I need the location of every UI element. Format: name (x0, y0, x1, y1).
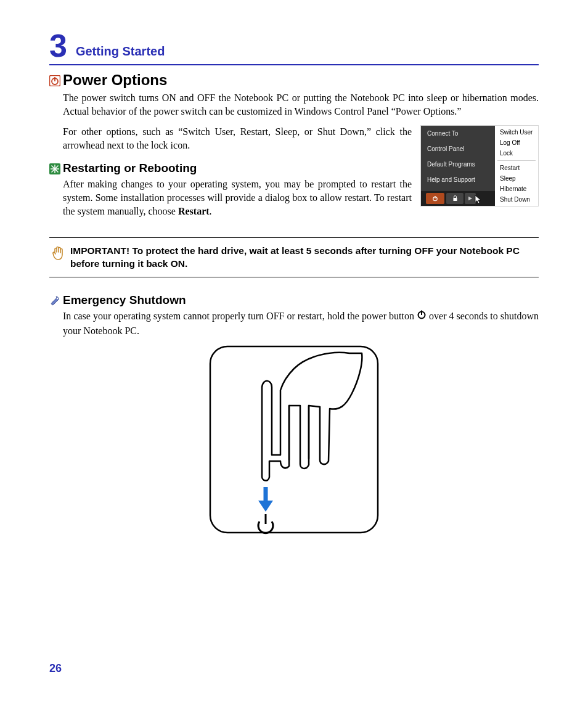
chapter-number: 3 (49, 30, 67, 62)
wrench-icon (49, 295, 60, 306)
emergency-text-before: In case your operating system cannot pro… (63, 311, 417, 321)
section-heading-row: Restarting or Rebooting (49, 162, 412, 175)
ss-right-item: Shut Down (495, 194, 538, 205)
power-button-icon (426, 193, 444, 204)
power-symbol-icon (417, 309, 427, 323)
hand-stop-icon (49, 244, 68, 271)
ss-left-panel: Connect To Control Panel Default Program… (421, 126, 495, 206)
restart-heading: Restarting or Rebooting (63, 162, 197, 175)
chapter-header: 3 Getting Started (49, 30, 539, 65)
ss-separator (497, 160, 536, 161)
ss-power-bar: ▶ (421, 191, 495, 206)
note-text: IMPORTANT! To protect the hard drive, wa… (68, 244, 539, 271)
ss-left-item: Connect To (421, 126, 495, 141)
power-options-heading: Power Options (63, 72, 167, 89)
page: 3 Getting Started Power Options The powe… (0, 0, 588, 712)
ss-left-item: Default Programs (421, 157, 495, 172)
start-menu-screenshot: Connect To Control Panel Default Program… (420, 125, 539, 207)
svg-rect-5 (453, 198, 457, 201)
hand-press-illustration (49, 344, 539, 535)
ss-right-item: Restart (495, 163, 538, 173)
ss-right-item: Lock (495, 148, 538, 158)
restart-text-after: . (210, 206, 212, 216)
ss-right-item: Sleep (495, 173, 538, 184)
svg-point-11 (57, 298, 58, 299)
power-options-p1: The power switch turns ON and OFF the No… (63, 91, 539, 119)
chapter-title: Getting Started (76, 44, 165, 59)
restart-text-before: After making changes to your operating s… (63, 179, 412, 217)
ss-right-panel: Switch User Log Off Lock Restart Sleep H… (495, 126, 538, 206)
ss-left-item: Control Panel (421, 141, 495, 157)
ss-left-item: Help and Support (421, 172, 495, 187)
section-heading-row: Emergency Shutdown (49, 293, 539, 307)
restart-icon (49, 163, 60, 174)
section-heading-row: Power Options (49, 72, 539, 89)
emergency-paragraph: In case your operating system cannot pro… (63, 309, 539, 338)
emergency-heading: Emergency Shutdown (63, 293, 186, 307)
power-icon (49, 75, 60, 86)
ss-right-item: Hibernate (495, 184, 538, 194)
ss-right-item: Switch User (495, 127, 538, 137)
ss-right-item: Log Off (495, 137, 538, 148)
page-number: 26 (49, 662, 62, 675)
lock-icon (446, 193, 463, 204)
restart-text-bold: Restart (178, 206, 210, 216)
important-note: IMPORTANT! To protect the hard drive, wa… (49, 237, 539, 277)
